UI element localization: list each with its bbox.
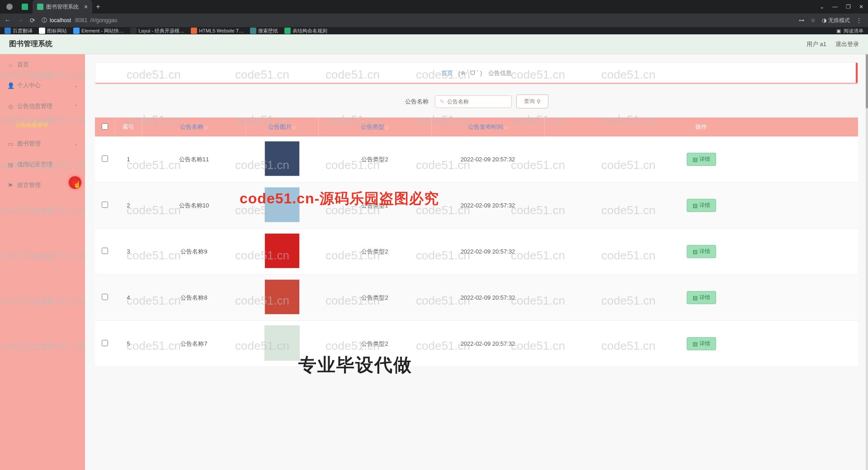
cell-type: 公告类型1 [318,183,431,229]
bookmark-label: HTML5 Website T… [199,28,244,33]
cell-time: 2022-02-09 20:57:32 [431,229,544,275]
bookmark-star-icon[interactable]: ☆ [811,17,816,24]
detail-icon: ▤ [693,156,698,163]
col-image[interactable]: 公告图片◇ [246,118,318,136]
nav-forward-icon[interactable]: → [17,17,24,24]
col-pubtime[interactable]: 公告发布时间◇ [431,118,544,136]
search-bar: 公告名称 ✎ 查询 ⚲ [95,94,858,108]
url-host: localhost [50,17,71,24]
sidebar-subitem-announcement[interactable]: 公告信息管理 [0,117,85,133]
detail-button[interactable]: ▤详情 [687,245,716,258]
bookmark-item[interactable]: 图标网站 [39,28,67,34]
window-close-icon[interactable]: ✕ [859,4,863,10]
window-dropdown-icon[interactable]: ⌄ [820,4,824,10]
detail-icon: ▤ [693,295,698,301]
bookmark-label: Layui - 经典开源模… [138,28,184,34]
detail-button[interactable]: ▤详情 [687,199,716,212]
cell-type: 公告类型2 [318,321,431,367]
announcement-image[interactable] [264,187,300,222]
reading-list-icon: ▣ [836,28,841,34]
cell-time: 2022-02-09 20:57:32 [431,275,544,321]
sort-icon: ◇ [385,125,389,130]
browser-tab[interactable] [17,0,33,14]
search-input-wrap[interactable]: ✎ [435,95,512,108]
url-port: :8081 [74,17,87,24]
detail-button[interactable]: ▤详情 [687,337,716,350]
scrollbar-accent [856,63,858,83]
bookmark-label: 搜索壁纸 [258,28,278,34]
detail-button[interactable]: ▤详情 [687,291,716,304]
search-input[interactable] [447,99,507,105]
detail-label: 详情 [699,155,710,163]
cell-image [246,275,318,321]
app-header: 图书管理系统 用户 a1 退出登录 [0,34,868,54]
bookmark-item[interactable]: Element - 网站快… [73,28,124,34]
row-checkbox[interactable] [102,202,108,208]
bookmark-item[interactable]: 百度翻译 [5,28,33,34]
bookmark-item[interactable]: Layui - 经典开源模… [130,28,184,34]
user-label[interactable]: 用户 a1 [807,40,826,48]
announcement-image[interactable] [264,325,300,361]
announcement-image[interactable] [264,279,300,315]
sidebar-item-home[interactable]: ⌂ 首页 [0,54,85,75]
table-row: 2公告名称10公告类型12022-02-09 20:57:32▤详情 [95,183,858,229]
col-name[interactable]: 公告名称◇ [142,118,246,136]
col-index[interactable]: 索引 [115,118,142,136]
row-checkbox[interactable] [102,340,108,346]
logout-link[interactable]: 退出登录 [835,40,859,48]
tab-add-icon[interactable]: + [92,3,104,11]
bookmark-item[interactable]: 搜索壁纸 [250,28,278,34]
row-checkbox[interactable] [102,155,108,162]
nav-reload-icon[interactable]: ⟳ [30,17,35,24]
cell-type: 公告类型2 [318,275,431,321]
bookmark-label: 图标网站 [47,28,67,34]
browser-tab[interactable] [2,0,17,14]
nav-back-icon[interactable]: ← [5,17,11,24]
search-button[interactable]: 查询 ⚲ [516,94,548,108]
breadcrumb-current: 公告信息 [488,70,512,76]
cell-image [246,321,318,367]
browser-tab-active[interactable]: 图书管理系统 × [33,0,92,14]
window-min-icon[interactable]: — [832,4,838,10]
address-bar[interactable]: ⓘ localhost:8081/#/gonggao [42,17,117,24]
detail-button[interactable]: ▤详情 [687,153,716,166]
breadcrumb-decoration: (ฅˊᗜˋ) [458,70,483,76]
bookmark-item[interactable]: 表结构命名规则 [284,28,327,34]
cell-index: 3 [115,229,142,275]
home-icon: ⌂ [7,61,14,68]
cell-index: 1 [115,136,142,183]
cell-image [246,229,318,275]
sidebar-item-profile[interactable]: 👤 个人中心 ⌄ [0,75,85,96]
sidebar-item-borrow[interactable]: ▤ 借阅记录管理 [0,154,85,175]
edit-icon: ✎ [440,99,444,105]
sidebar-item-books[interactable]: ▭ 图书管理 ⌄ [0,133,85,154]
row-checkbox[interactable] [102,248,108,254]
bookmark-label: Element - 网站快… [81,28,124,34]
reading-list[interactable]: ▣ 阅读清单 [836,28,863,34]
scrollbar-track[interactable] [866,54,868,470]
breadcrumb-home[interactable]: 首页 [441,70,453,76]
announcement-icon: ◎ [7,103,14,110]
key-icon[interactable]: ⊶ [799,17,804,24]
tab-strip: 图书管理系统 × + ⌄ — ❐ ✕ [0,0,868,14]
announcement-image[interactable] [264,233,300,268]
incognito-indicator: ◑ 无痕模式 [822,17,850,24]
bookmark-item[interactable]: HTML5 Website T… [191,28,244,34]
announcement-image[interactable] [264,141,300,176]
cell-name: 公告名称10 [142,183,246,229]
sidebar: ⌂ 首页 👤 个人中心 ⌄ ◎ 公告信息管理 ⌃ 公告信息管理 ▭ 图书管理 ⌄… [0,54,85,470]
window-max-icon[interactable]: ❐ [846,4,851,10]
browser-menu-icon[interactable]: ⋮ [856,17,862,24]
detail-icon: ▤ [693,249,698,255]
chevron-down-icon: ⌄ [74,83,78,88]
sidebar-item-label: 留言管理 [17,181,41,189]
row-checkbox[interactable] [102,294,108,300]
col-type[interactable]: 公告类型◇ [318,118,431,136]
tab-close-icon[interactable]: × [84,3,88,10]
cell-index: 2 [115,183,142,229]
site-info-icon[interactable]: ⓘ [42,17,47,24]
scrollbar-thumb[interactable] [866,54,868,108]
cell-index: 4 [115,275,142,321]
select-all-checkbox[interactable] [102,123,108,130]
sidebar-item-announcement[interactable]: ◎ 公告信息管理 ⌃ [0,96,85,117]
